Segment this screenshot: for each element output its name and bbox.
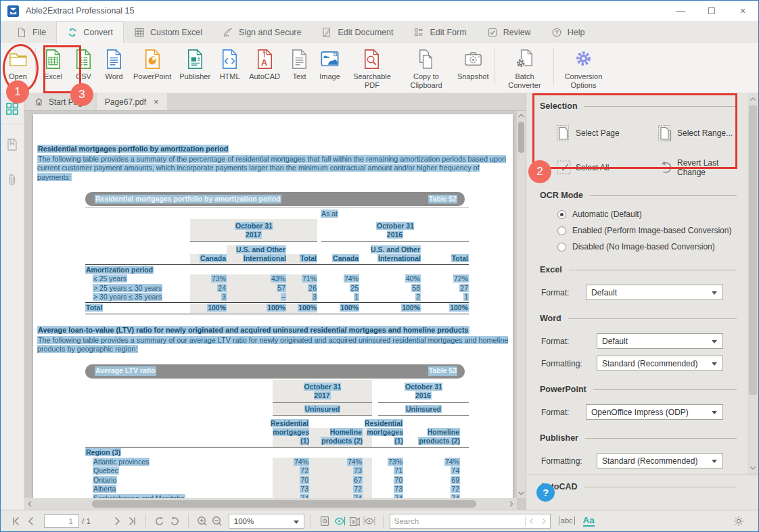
ribbon-tab[interactable]: Custom Excel	[124, 21, 212, 43]
ribbon-tab[interactable]: Edit Form	[403, 21, 476, 43]
two-page-view-button[interactable]	[347, 514, 362, 529]
start-page-tab-label: Start Page	[49, 97, 87, 107]
powerpoint-format-dropdown[interactable]: OpenOffice Impress (ODP)	[586, 404, 723, 420]
toolbar-button-icon	[7, 48, 29, 70]
previous-page-button[interactable]	[24, 514, 39, 529]
continuous-view-icon	[334, 515, 346, 527]
toolbar-group: Conversion Options	[556, 43, 610, 93]
toolbar-button[interactable]: Text	[284, 43, 315, 93]
toolbar-button[interactable]: Image	[315, 43, 345, 93]
table-cell: 69	[403, 476, 460, 485]
search-previous-button[interactable]	[526, 515, 538, 527]
ribbon-tab-label: Custom Excel	[150, 28, 202, 37]
scrollbar-thumb[interactable]	[92, 500, 476, 508]
toolbar-button[interactable]: Conversion Options	[556, 43, 610, 93]
tab-close-icon[interactable]	[151, 97, 159, 106]
document-vertical-scrollbar[interactable]	[517, 111, 526, 498]
next-page-button[interactable]	[110, 514, 124, 529]
select-page-button[interactable]: Select Page	[556, 124, 658, 142]
fit-view-button[interactable]	[362, 514, 377, 529]
zoom-level-dropdown[interactable]: 100%	[229, 514, 304, 529]
minimize-button[interactable]: —	[665, 1, 696, 21]
ribbon-tab[interactable]: Convert	[56, 21, 124, 43]
scroll-down-icon[interactable]	[749, 464, 757, 472]
table52-header-bar: Residential mortgages portfolio by amort…	[85, 192, 465, 206]
document-horizontal-scrollbar[interactable]	[24, 498, 517, 510]
ribbon-tab[interactable]: Review	[477, 21, 541, 43]
select-all-icon	[556, 159, 572, 176]
table-row: > 25 years ≤ 30 years 245726255827	[85, 284, 469, 293]
scroll-left-icon[interactable]	[26, 500, 34, 508]
ribbon-tab[interactable]: Help	[541, 21, 595, 43]
toolbar-button[interactable]: Snapshot	[453, 43, 492, 93]
tab-document[interactable]: Page67.pdf	[97, 93, 167, 110]
table-cell: 71%	[286, 274, 317, 284]
scroll-up-icon[interactable]	[749, 95, 757, 103]
ribbon-tab[interactable]: Edit Document	[311, 21, 403, 43]
zoom-in-button[interactable]	[195, 514, 210, 529]
ribbon-tab[interactable]: File	[6, 21, 56, 43]
toolbar-button[interactable]: Batch Converter	[497, 43, 551, 93]
toolbar-button[interactable]: CSV	[68, 43, 99, 93]
zoom-out-button[interactable]	[210, 514, 225, 529]
help-button[interactable]: ?	[536, 483, 555, 502]
bookmark-icon	[5, 138, 19, 151]
page-number-input[interactable]	[44, 514, 79, 528]
excel-format-dropdown[interactable]: Default	[586, 285, 723, 300]
window-title: Able2Extract Professional 15	[26, 6, 135, 16]
first-page-button[interactable]	[9, 514, 24, 529]
ocr-radio-option[interactable]: Automatic (Default)	[557, 210, 742, 219]
document-viewport[interactable]: Residential mortgages portfolio by amort…	[24, 111, 526, 510]
bookmarks-panel-button[interactable]	[3, 135, 21, 154]
search-input[interactable]	[390, 516, 525, 526]
toolbar-button[interactable]: Excel	[38, 43, 68, 93]
toolbar-button[interactable]: Searchable PDF	[345, 43, 399, 93]
maximize-button[interactable]	[696, 1, 727, 21]
select-range-button[interactable]: Select Range...	[658, 124, 742, 142]
scroll-up-icon[interactable]	[517, 112, 526, 120]
toolbar-button-label: Word	[105, 72, 122, 81]
ocr-radio-option[interactable]: Disabled (No Image-based Conversion)	[557, 242, 742, 251]
pdf-page[interactable]: Residential mortgages portfolio by amort…	[33, 114, 513, 510]
table-cell: 100%	[317, 304, 359, 313]
scroll-right-icon[interactable]	[507, 500, 515, 508]
ocr-radio-option[interactable]: Enabled (Perform Image-based Conversion)	[557, 226, 742, 235]
scroll-down-icon[interactable]	[517, 489, 526, 498]
toolbar-button[interactable]: Open	[3, 43, 33, 93]
theme-brightness-button[interactable]	[731, 514, 746, 529]
scrollbar-thumb[interactable]	[518, 122, 524, 153]
rotate-counterclockwise-button[interactable]	[167, 514, 182, 529]
close-button[interactable]: ×	[727, 1, 758, 21]
toolbar-button[interactable]: Word	[99, 43, 129, 93]
ribbon-tab-label: Edit Form	[430, 28, 466, 37]
whole-word-toggle[interactable]: abc	[559, 516, 575, 525]
single-page-view-button[interactable]	[317, 514, 332, 529]
dropdown-caret-icon	[712, 362, 717, 366]
panel-scrollbar[interactable]	[748, 93, 758, 475]
table-cell: 24	[190, 284, 227, 293]
rotate-clockwise-button[interactable]	[152, 514, 167, 529]
select-all-button[interactable]: Select All	[556, 158, 658, 177]
toolbar-button[interactable]: Publisher	[175, 43, 214, 93]
table-cell: 74%	[317, 274, 359, 284]
continuous-view-button[interactable]	[332, 514, 347, 529]
ribbon-tab[interactable]: Sign and Secure	[212, 21, 311, 43]
toolbar-button[interactable]: Copy to Clipboard	[399, 43, 453, 93]
toolbar-button-label: Excel	[44, 72, 62, 81]
match-case-toggle[interactable]: Aa	[583, 516, 595, 527]
toolbar-button[interactable]: PowerPoint	[129, 43, 175, 93]
thumbnails-panel-button[interactable]	[3, 99, 21, 118]
publisher-formatting-dropdown[interactable]: Standard (Recommended)	[597, 453, 723, 468]
toolbar-button[interactable]: HTML	[214, 43, 245, 93]
search-next-button[interactable]	[538, 515, 550, 527]
toolbar-button[interactable]: AutoCAD	[245, 43, 284, 93]
toolbar-separator	[495, 48, 495, 84]
word-format-dropdown[interactable]: Default	[597, 333, 723, 349]
revert-last-change-button[interactable]: Revert Last Change	[658, 158, 742, 177]
tab-start-page[interactable]: Start Page	[26, 93, 95, 110]
last-page-button[interactable]	[124, 514, 139, 529]
scrollbar-thumb[interactable]	[749, 105, 757, 395]
word-formatting-dropdown[interactable]: Standard (Recommended)	[597, 356, 723, 371]
word-format-label: Format:	[541, 337, 597, 346]
attachments-panel-button[interactable]	[3, 170, 21, 189]
